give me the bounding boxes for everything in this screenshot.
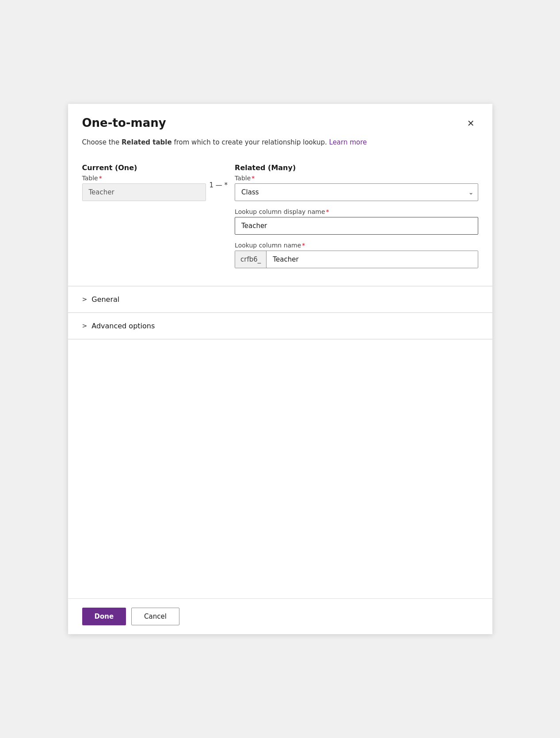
dialog-footer: Done Cancel — [68, 598, 492, 634]
lookup-name-field-group: Lookup column name* crfb6_ — [235, 242, 478, 268]
related-column-header: Related (Many) — [235, 164, 478, 172]
chevron-right-icon: > — [82, 296, 88, 303]
description-bold: Related table — [122, 138, 172, 146]
learn-more-link[interactable]: Learn more — [329, 138, 367, 146]
lookup-display-label: Lookup column display name* — [235, 208, 478, 215]
general-section: > General — [68, 286, 492, 312]
close-button[interactable]: ✕ — [464, 116, 478, 130]
general-section-label: General — [91, 295, 119, 304]
cancel-button[interactable]: Cancel — [131, 608, 179, 625]
lookup-display-input[interactable] — [235, 217, 478, 235]
description-prefix: Choose the — [82, 138, 122, 146]
related-table-select[interactable]: Class Teacher Student Course — [235, 183, 478, 201]
current-table-label: Table* — [82, 175, 206, 182]
dialog-description: Choose the Related table from which to c… — [68, 137, 492, 156]
lookup-display-field-group: Lookup column display name* — [235, 208, 478, 235]
lookup-prefix: crfb6_ — [235, 251, 267, 268]
dialog-title: One-to-many — [82, 116, 166, 129]
advanced-section-label: Advanced options — [91, 322, 155, 330]
current-column-header: Current (One) — [82, 164, 206, 172]
related-column: Related (Many) Table* Class Teacher Stud… — [235, 164, 478, 275]
dialog-header: One-to-many ✕ — [68, 104, 492, 137]
current-table-required: * — [99, 175, 102, 182]
related-table-label: Table* — [235, 175, 478, 182]
lookup-name-row: crfb6_ — [235, 251, 478, 268]
related-table-select-wrapper: Class Teacher Student Course ⌄ — [235, 183, 478, 201]
content-spacer — [68, 339, 492, 599]
advanced-section: > Advanced options — [68, 313, 492, 339]
chevron-right-icon-2: > — [82, 322, 88, 329]
relationship-separator: 1 — * — [206, 164, 235, 189]
lookup-name-required: * — [302, 242, 305, 249]
lookup-name-input[interactable] — [267, 251, 477, 268]
current-table-field-group: Table* Teacher — [82, 175, 206, 201]
current-table-value: Teacher — [82, 183, 206, 201]
form-section: Current (One) Table* Teacher 1 — * Relat… — [68, 156, 492, 286]
advanced-section-toggle[interactable]: > Advanced options — [82, 313, 478, 339]
close-icon: ✕ — [467, 118, 475, 129]
related-table-field-group: Table* Class Teacher Student Course ⌄ — [235, 175, 478, 201]
description-suffix: from which to create your relationship l… — [172, 138, 327, 146]
related-table-required: * — [251, 175, 255, 182]
lookup-name-label: Lookup column name* — [235, 242, 478, 249]
dialog: One-to-many ✕ Choose the Related table f… — [68, 104, 492, 634]
general-section-toggle[interactable]: > General — [82, 286, 478, 312]
current-column: Current (One) Table* Teacher — [82, 164, 206, 208]
lookup-display-required: * — [326, 208, 329, 215]
done-button[interactable]: Done — [82, 608, 126, 625]
columns-layout: Current (One) Table* Teacher 1 — * Relat… — [82, 164, 478, 275]
